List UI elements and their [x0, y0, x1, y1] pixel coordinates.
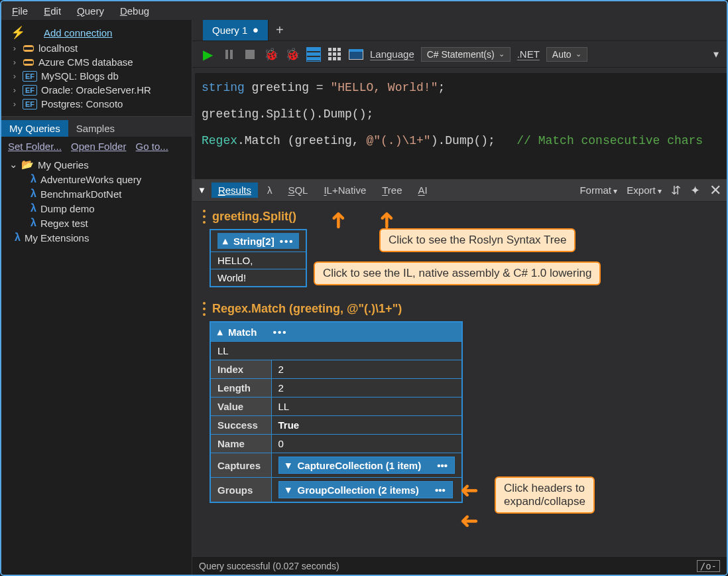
editor-area: Query 1 • + ▶ 🐞 🐞 Language C# Statement(… [192, 20, 727, 575]
export-dropdown[interactable]: Export [627, 184, 662, 196]
close-results-icon[interactable]: ✕ [709, 182, 721, 199]
lambda-icon: λ [30, 217, 36, 229]
grid-view-grid[interactable] [328, 47, 342, 62]
results-tab-il[interactable]: IL+Native [317, 182, 373, 198]
prop-name: Value [210, 397, 271, 416]
tree-my-queries-folder[interactable]: ⌄ 📂 My Queries [7, 157, 186, 172]
results-tab-ai[interactable]: AI [412, 182, 434, 198]
dump-table-match: ▴ Match ••• LL Index2 Length2 ValueLL Su… [210, 321, 463, 503]
arrow-icon: ➜ [460, 476, 479, 503]
match-value-row: LL [210, 342, 462, 360]
language-label: Language [370, 48, 414, 60]
new-tab-button[interactable]: + [269, 20, 291, 40]
editor-tab-active[interactable]: Query 1 • [203, 20, 269, 40]
arrow-icon: ➜ [324, 211, 351, 230]
group-collection-header[interactable]: ▾ GroupCollection (2 items) ••• [278, 481, 453, 498]
tab-my-queries[interactable]: My Queries [1, 120, 68, 137]
net-value: Auto [552, 49, 572, 60]
tab-samples[interactable]: Samples [68, 120, 123, 137]
open-folder-link[interactable]: Open Folder [71, 141, 126, 152]
net-label: .NET [517, 48, 540, 60]
results-tab-strip: ▼ Results λ SQL IL+Native Tree AI Format… [192, 179, 727, 202]
arrow-icon: ➜ [460, 507, 479, 534]
callout-expand: Click headers to expand/collapse [495, 476, 595, 514]
stop-button[interactable] [243, 47, 257, 62]
expand-icon[interactable]: ✦ [690, 183, 700, 198]
set-folder-link[interactable]: Set Folder... [8, 141, 62, 152]
menu-edit[interactable]: Edit [37, 4, 68, 18]
prop-value: 2 [271, 379, 462, 397]
menu-debug[interactable]: Debug [113, 4, 156, 18]
lambda-icon: λ [30, 188, 36, 200]
add-connection-link[interactable]: Add connection [44, 27, 112, 38]
query-file[interactable]: λ AdventureWorks query [7, 172, 186, 186]
folder-label: My Queries [38, 159, 89, 171]
query-file[interactable]: λ BenchmarkDotNet [7, 186, 186, 201]
ef-icon: EF [23, 71, 37, 82]
results-panel: ▼ Results λ SQL IL+Native Tree AI Format… [192, 179, 727, 556]
collapse-caret-icon[interactable]: ▼ [198, 185, 206, 195]
extensions-label: My Extensions [25, 232, 90, 244]
query-file[interactable]: λ Regex test [7, 216, 186, 230]
language-value: C# Statement(s) [427, 49, 495, 60]
results-tab-sql[interactable]: SQL [281, 182, 314, 198]
connection-label: MySQL: Blogs db [41, 70, 119, 82]
capture-collection-header[interactable]: ▾ CaptureCollection (1 item) ••• [278, 457, 455, 474]
sort-arrows-icon[interactable]: ⇵ [671, 183, 681, 198]
step-debug-icon[interactable]: 🐞 [285, 47, 300, 62]
connection-item[interactable]: › EF Oracle: OracleServer.HR [5, 83, 188, 97]
net-dropdown[interactable]: Auto ⌄ [546, 47, 587, 62]
arrow-icon: ➜ [373, 211, 399, 230]
prop-name: Name [210, 435, 271, 453]
dump-header[interactable]: ▴ Match ••• [217, 326, 455, 338]
connection-label: Azure CMS database [38, 56, 133, 68]
database-icon [23, 44, 34, 53]
results-tab-lambda[interactable]: λ [261, 182, 279, 198]
code-editor[interactable]: string greeting = "HELLO, World!"; greet… [192, 68, 727, 179]
dump-table-string: ▴ String[2] ••• HELLO, World! [210, 229, 307, 287]
debug-icon[interactable]: 🐞 [264, 47, 278, 62]
prop-name: Captures [210, 453, 271, 478]
dirty-dot-icon: • [253, 29, 258, 33]
database-icon [23, 58, 34, 67]
dump-title: Regex.Match (greeting, @"(.)\1+") [203, 302, 719, 316]
sidebar: ⚡ Add connection › localhost › Azure CMS… [1, 20, 192, 575]
goto-link[interactable]: Go to... [136, 141, 168, 152]
panel-btn[interactable] [349, 47, 363, 62]
query-file[interactable]: λ Dump demo [7, 201, 186, 216]
chevron-right-icon: › [11, 43, 19, 53]
toolbar: ▶ 🐞 🐞 Language C# Statement(s) ⌄ .NET Au… [192, 41, 727, 68]
folder-icon: 📂 [21, 159, 34, 171]
tree-my-extensions[interactable]: λ My Extensions [7, 230, 186, 245]
run-button[interactable]: ▶ [200, 47, 215, 62]
connection-item[interactable]: › EF Postgres: Consoto [5, 97, 188, 111]
connection-label: Oracle: OracleServer.HR [41, 84, 151, 96]
connections-panel: ⚡ Add connection › localhost › Azure CMS… [1, 20, 192, 116]
grid-view-lines[interactable] [306, 47, 321, 62]
query-file-label: Regex test [40, 218, 88, 229]
prop-value: 0 [271, 435, 462, 453]
chevron-right-icon: › [11, 71, 19, 81]
format-dropdown[interactable]: Format [579, 184, 617, 196]
editor-tab-strip: Query 1 • + [192, 20, 727, 41]
menu-query[interactable]: Query [70, 4, 111, 18]
chevron-right-icon: › [11, 85, 19, 95]
table-cell: HELLO, [210, 252, 306, 269]
query-file-label: Dump demo [40, 203, 95, 214]
results-tab-results[interactable]: Results [212, 182, 258, 198]
status-bar: Query successful (0.027 seconds) /o- [192, 556, 727, 575]
connection-item[interactable]: › Azure CMS database [5, 55, 188, 69]
pause-button[interactable] [221, 47, 236, 62]
dump-header[interactable]: ▴ String[2] ••• [217, 233, 299, 249]
toolbar-menu-caret[interactable]: ▾ [713, 48, 719, 60]
language-dropdown[interactable]: C# Statement(s) ⌄ [421, 47, 511, 62]
dump-title: greeting.Split() [203, 210, 719, 224]
ef-icon: EF [23, 85, 37, 96]
status-message: Query successful (0.027 seconds) [199, 561, 339, 571]
results-tab-tree[interactable]: Tree [375, 182, 408, 198]
status-right: /o- [697, 560, 720, 572]
connection-item[interactable]: › localhost [5, 41, 188, 55]
menu-file[interactable]: File [5, 4, 34, 18]
connection-item[interactable]: › EF MySQL: Blogs db [5, 69, 188, 83]
prop-value: LL [271, 397, 462, 416]
